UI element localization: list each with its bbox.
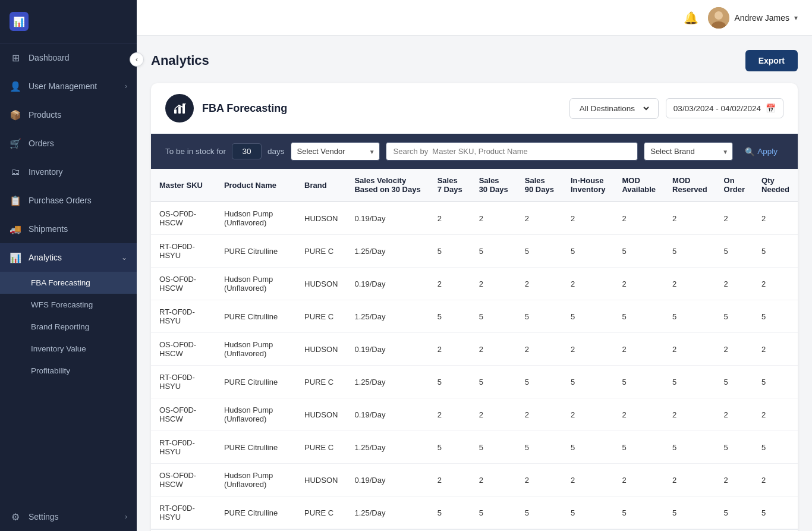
col-inhouse: In-HouseInventory [562, 169, 614, 202]
col-mod-reserved: MODReserved [664, 169, 716, 202]
table-row: RT-OF0D-HSYU PURE Citrulline PURE C 1.25… [151, 235, 798, 268]
sidebar-logo: 📊 [0, 0, 137, 43]
fba-forecasting-card: FBA Forecasting All Destinations 03/03/2… [151, 83, 798, 531]
sidebar-item-label: User Management [29, 81, 97, 91]
cell-s7: 2 [429, 268, 471, 300]
cell-sku: OS-OF0D-HSCW [151, 202, 216, 235]
inventory-icon: 🗂 [10, 166, 21, 178]
page-title: Analytics [151, 53, 209, 68]
cell-product: Hudson Pump (Unflavored) [216, 202, 296, 235]
sidebar-item-settings[interactable]: ⚙ Settings › [0, 502, 137, 531]
days-input[interactable] [232, 143, 262, 159]
cell-inhouse: 2 [562, 268, 614, 300]
apply-button[interactable]: 🔍 Apply [739, 143, 783, 160]
purchase-orders-icon: 📋 [10, 194, 21, 206]
cell-brand: HUDSON [296, 333, 346, 366]
sidebar-item-wfs-forecasting[interactable]: WFS Forecasting [0, 294, 137, 316]
cell-s90: 2 [517, 333, 562, 366]
notification-bell-icon[interactable]: 🔔 [684, 11, 698, 25]
cell-s90: 2 [517, 268, 562, 300]
sidebar-item-orders[interactable]: 🛒 Orders [0, 129, 137, 158]
col-sales-7: Sales7 Days [429, 169, 471, 202]
cell-s30: 5 [471, 300, 517, 333]
cell-velocity: 0.19/Day [346, 464, 429, 497]
user-name: Andrew James [734, 13, 789, 23]
cell-sku: OS-OF0D-HSCW [151, 398, 216, 431]
cell-brand: PURE C [296, 366, 346, 398]
sidebar-item-fba-forecasting[interactable]: FBA Forecasting [0, 272, 137, 294]
cell-s90: 5 [517, 497, 562, 529]
cell-velocity: 1.25/Day [346, 235, 429, 268]
cell-s7: 5 [429, 366, 471, 398]
cell-mod-avail: 5 [613, 235, 664, 268]
cell-qty-needed: 2 [753, 398, 798, 431]
sidebar-collapse-button[interactable]: ‹ [130, 52, 144, 67]
sidebar-item-inventory[interactable]: 🗂 Inventory [0, 158, 137, 186]
cell-s30: 5 [471, 366, 517, 398]
cell-s30: 5 [471, 431, 517, 464]
cell-brand: PURE C [296, 235, 346, 268]
cell-mod-avail: 2 [613, 464, 664, 497]
sidebar-item-label: Settings [29, 512, 59, 521]
col-mod-available: MODAvailable [613, 169, 664, 202]
cell-s90: 5 [517, 235, 562, 268]
sidebar-item-dashboard[interactable]: ⊞ Dashboard [0, 43, 137, 72]
brand-select[interactable]: Select Brand [644, 142, 733, 161]
sidebar-item-analytics[interactable]: 📊 Analytics ⌄ [0, 243, 137, 272]
cell-mod-avail: 2 [613, 398, 664, 431]
analytics-icon: 📊 [10, 252, 21, 263]
cell-inhouse: 5 [562, 300, 614, 333]
cell-on-order: 5 [716, 431, 753, 464]
vendor-select[interactable]: Select Vendor [291, 142, 380, 161]
cell-s90: 2 [517, 464, 562, 497]
fba-title: FBA Forecasting [202, 102, 287, 115]
user-menu-chevron-icon: ▾ [794, 14, 798, 22]
cell-qty-needed: 2 [753, 464, 798, 497]
user-menu[interactable]: Andrew James ▾ [708, 7, 798, 29]
col-brand: Brand [296, 169, 346, 202]
table-row: OS-OF0D-HSCW Hudson Pump (Unflavored) HU… [151, 202, 798, 235]
destination-select[interactable]: All Destinations [577, 103, 651, 114]
sidebar-item-profitability[interactable]: Profitability [0, 360, 137, 382]
cell-mod-res: 5 [664, 431, 716, 464]
sidebar-item-brand-reporting[interactable]: Brand Reporting [0, 316, 137, 338]
col-sales-90: Sales90 Days [517, 169, 562, 202]
sidebar: 📊 ⊞ Dashboard 👤 User Management › 📦 Prod… [0, 0, 137, 531]
cell-on-order: 2 [716, 333, 753, 366]
fba-table: Master SKU Product Name Brand Sales Velo… [151, 169, 798, 529]
search-input[interactable] [386, 142, 638, 161]
sidebar-item-label: Shipments [29, 224, 68, 234]
cell-s30: 2 [471, 464, 517, 497]
sidebar-item-products[interactable]: 📦 Products [0, 100, 137, 129]
cell-on-order: 5 [716, 366, 753, 398]
cell-qty-needed: 5 [753, 235, 798, 268]
table-row: OS-OF0D-HSCW Hudson Pump (Unflavored) HU… [151, 464, 798, 497]
table-body: OS-OF0D-HSCW Hudson Pump (Unflavored) HU… [151, 202, 798, 529]
sidebar-item-inventory-value[interactable]: Inventory Value [0, 338, 137, 360]
page-header: Analytics Export [151, 50, 798, 71]
cell-mod-avail: 2 [613, 202, 664, 235]
cell-sku: OS-OF0D-HSCW [151, 464, 216, 497]
cell-inhouse: 5 [562, 497, 614, 529]
date-range-value: 03/03/2024 - 04/02/2024 [673, 104, 761, 113]
cell-on-order: 5 [716, 497, 753, 529]
table-row: RT-OF0D-HSYU PURE Citrulline PURE C 1.25… [151, 497, 798, 529]
cell-qty-needed: 2 [753, 202, 798, 235]
sidebar-item-shipments[interactable]: 🚚 Shipments [0, 215, 137, 243]
sidebar-item-user-management[interactable]: 👤 User Management › [0, 72, 137, 100]
topbar: 🔔 Andrew James ▾ [137, 0, 812, 36]
table-row: RT-OF0D-HSYU PURE Citrulline PURE C 1.25… [151, 366, 798, 398]
date-range-filter[interactable]: 03/03/2024 - 04/02/2024 📅 [666, 98, 783, 118]
cell-qty-needed: 2 [753, 333, 798, 366]
export-button[interactable]: Export [745, 50, 798, 71]
svg-rect-3 [174, 109, 177, 114]
table-row: RT-OF0D-HSYU PURE Citrulline PURE C 1.25… [151, 431, 798, 464]
cell-s30: 2 [471, 202, 517, 235]
cell-s30: 2 [471, 268, 517, 300]
destination-filter[interactable]: All Destinations [569, 98, 659, 119]
cell-product: PURE Citrulline [216, 366, 296, 398]
sidebar-item-label: Orders [29, 139, 54, 148]
sub-nav-label: FBA Forecasting [31, 278, 90, 287]
sidebar-item-purchase-orders[interactable]: 📋 Purchase Orders [0, 186, 137, 215]
cell-sku: RT-OF0D-HSYU [151, 235, 216, 268]
